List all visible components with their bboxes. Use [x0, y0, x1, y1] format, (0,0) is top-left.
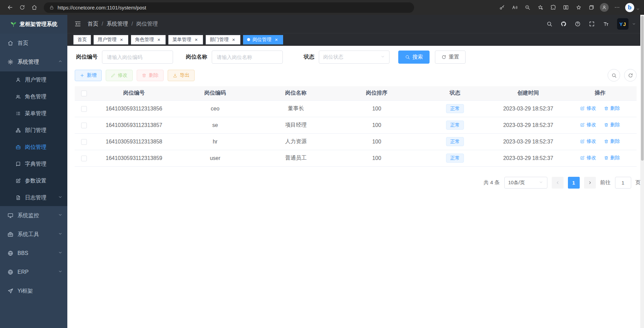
sidebar-fold-icon[interactable] — [74, 20, 81, 28]
tab-post-mgmt[interactable]: 岗位管理 × — [243, 35, 283, 44]
page-scrollbar[interactable] — [640, 15, 644, 328]
tab-close-icon[interactable]: × — [231, 37, 236, 42]
goto-page-input[interactable] — [615, 177, 631, 189]
page-size-select[interactable]: 10条/页 — [504, 177, 547, 189]
sidebar-item-dict-mgmt[interactable]: 字典管理 — [0, 156, 67, 172]
tab-menu-mgmt[interactable]: 菜单管理 × — [168, 35, 203, 44]
edit-button[interactable]: 修改 — [106, 70, 133, 81]
read-aloud-icon[interactable] — [509, 2, 520, 13]
cell-post-name: 普通员工 — [256, 150, 336, 166]
page-number-1[interactable]: 1 — [568, 177, 580, 189]
tab-home[interactable]: 首页 — [73, 35, 91, 44]
sidebar-item-bbs[interactable]: BBS — [0, 244, 67, 263]
status-select[interactable]: 岗位状态 — [319, 51, 389, 64]
tab-role-mgmt[interactable]: 角色管理 × — [131, 35, 166, 44]
next-page-button[interactable] — [584, 177, 596, 189]
row-checkbox[interactable] — [81, 156, 87, 161]
browser-refresh-button[interactable] — [16, 2, 28, 13]
row-checkbox[interactable] — [81, 106, 87, 112]
avatar-caret-icon[interactable] — [632, 22, 636, 26]
add-button[interactable]: 新增 — [75, 70, 102, 81]
sidebar-item-menu-mgmt[interactable]: 菜单管理 — [0, 105, 67, 122]
sidebar-item-tools[interactable]: 系统工具 — [0, 225, 67, 244]
row-edit-button[interactable]: 修改 — [580, 138, 596, 144]
tab-close-icon[interactable]: × — [156, 37, 162, 42]
prev-page-button[interactable] — [552, 177, 564, 189]
export-button[interactable]: 导出 — [168, 70, 195, 81]
address-bar[interactable]: https://ccnetcore.com:1101/system/post — [44, 2, 414, 13]
sidebar-item-dept-mgmt[interactable]: 部门管理 — [0, 122, 67, 139]
table-row[interactable]: 1641030593112313856 ceo 董事长 100 正常 2023-… — [75, 100, 637, 117]
tab-close-icon[interactable]: × — [194, 37, 199, 42]
help-icon[interactable] — [575, 21, 581, 27]
row-edit-button[interactable]: 修改 — [580, 105, 596, 111]
select-all-checkbox[interactable] — [81, 91, 87, 96]
user-avatar[interactable]: YJ — [617, 18, 629, 30]
tab-close-icon[interactable]: × — [119, 37, 124, 42]
trash-icon — [604, 156, 609, 160]
tab-dept-mgmt[interactable]: 部门管理 × — [206, 35, 240, 44]
col-header-post-code: 岗位编码 — [175, 86, 256, 100]
tab-user-mgmt[interactable]: 用户管理 × — [94, 35, 128, 44]
url-text[interactable]: https://ccnetcore.com:1101/system/post — [58, 5, 146, 10]
password-key-icon[interactable] — [496, 2, 508, 13]
post-code-input[interactable] — [102, 51, 173, 64]
sidebar-item-param-settings[interactable]: 参数设置 — [0, 172, 67, 189]
delete-button[interactable]: 删除 — [137, 70, 164, 81]
sidebar-item-log-mgmt[interactable]: 日志管理 — [0, 189, 67, 206]
browser-menu-icon[interactable] — [611, 2, 623, 13]
tab-close-icon[interactable]: × — [274, 37, 279, 42]
row-delete-button[interactable]: 删除 — [604, 155, 620, 161]
sidebar-item-monitor[interactable]: 系统监控 — [0, 206, 67, 225]
sidebar-item-erp[interactable]: ERP — [0, 263, 67, 282]
scrollbar-thumb[interactable] — [641, 16, 644, 161]
sidebar-item-role-mgmt[interactable]: 角色管理 — [0, 88, 67, 105]
fullscreen-icon[interactable] — [589, 21, 595, 27]
split-screen-icon[interactable] — [560, 2, 572, 13]
reset-button[interactable]: 重置 — [435, 51, 466, 64]
row-edit-button[interactable]: 修改 — [580, 155, 596, 161]
zoom-out-icon[interactable] — [521, 2, 533, 13]
cell-created-time: 2023-03-29 18:52:37 — [493, 117, 564, 133]
table-row[interactable]: 1641030593112313859 user 普通员工 100 正常 202… — [75, 150, 637, 166]
font-size-icon[interactable] — [603, 21, 609, 27]
github-icon[interactable] — [561, 21, 567, 27]
row-delete-button[interactable]: 删除 — [604, 122, 620, 128]
chevron-down-icon[interactable] — [636, 6, 640, 12]
favorites-bar-icon[interactable] — [573, 2, 584, 13]
sidebar-item-yi-framework[interactable]: Yi框架 — [0, 282, 67, 300]
table-row[interactable]: 1641030593112313857 se 项目经理 100 正常 2023-… — [75, 117, 637, 133]
row-checkbox[interactable] — [81, 139, 87, 145]
row-delete-button[interactable]: 删除 — [604, 105, 620, 111]
tab-label: 部门管理 — [210, 37, 229, 43]
collections-icon[interactable] — [585, 2, 597, 13]
post-name-input[interactable] — [212, 51, 283, 64]
row-checkbox[interactable] — [81, 123, 87, 128]
browser-back-button[interactable] — [4, 2, 16, 13]
toggle-search-button[interactable] — [608, 69, 620, 81]
sidebar-item-post-mgmt[interactable]: 岗位管理 — [0, 139, 67, 156]
browser-profile-avatar[interactable] — [598, 2, 610, 13]
sidebar-item-user-mgmt[interactable]: 用户管理 — [0, 71, 67, 88]
refresh-table-button[interactable] — [624, 69, 637, 81]
cell-post-name: 董事长 — [256, 100, 336, 117]
search-button[interactable]: 搜索 — [398, 51, 430, 64]
extensions-icon[interactable] — [547, 2, 559, 13]
system-submenu: 用户管理 角色管理 菜单管理 部门管理 岗位管理 字典管理 — [0, 71, 67, 206]
bing-icon[interactable]: b — [625, 3, 634, 12]
table-row[interactable]: 1641030593112313858 hr 人力资源 100 正常 2023-… — [75, 133, 637, 150]
header-search-icon[interactable] — [546, 21, 552, 27]
sidebar-item-home[interactable]: 首页 — [0, 34, 67, 53]
cell-post-sort: 100 — [336, 100, 417, 117]
browser-home-button[interactable] — [28, 2, 40, 13]
app-logo[interactable]: 意框架管理系统 — [0, 15, 67, 34]
row-edit-button[interactable]: 修改 — [580, 122, 596, 128]
row-delete-button[interactable]: 删除 — [604, 138, 620, 144]
favorite-add-icon[interactable] — [534, 2, 546, 13]
edit-button-label: 修改 — [118, 72, 128, 78]
status-select-value: 岗位状态 — [323, 54, 343, 60]
breadcrumb-home[interactable]: 首页 — [88, 21, 98, 28]
sidebar-item-system[interactable]: 系统管理 — [0, 53, 67, 71]
breadcrumb-system[interactable]: 系统管理 — [106, 21, 128, 28]
tab-label: 菜单管理 — [172, 37, 191, 43]
